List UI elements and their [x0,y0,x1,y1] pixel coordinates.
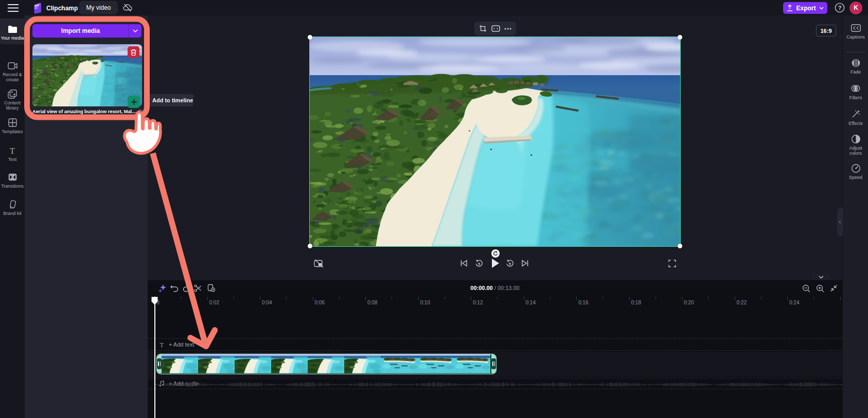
svg-text:5: 5 [509,262,511,266]
svg-text:T: T [160,342,164,348]
svg-text:T: T [10,147,15,155]
svg-text:?: ? [838,5,842,11]
svg-text:5: 5 [478,262,480,266]
